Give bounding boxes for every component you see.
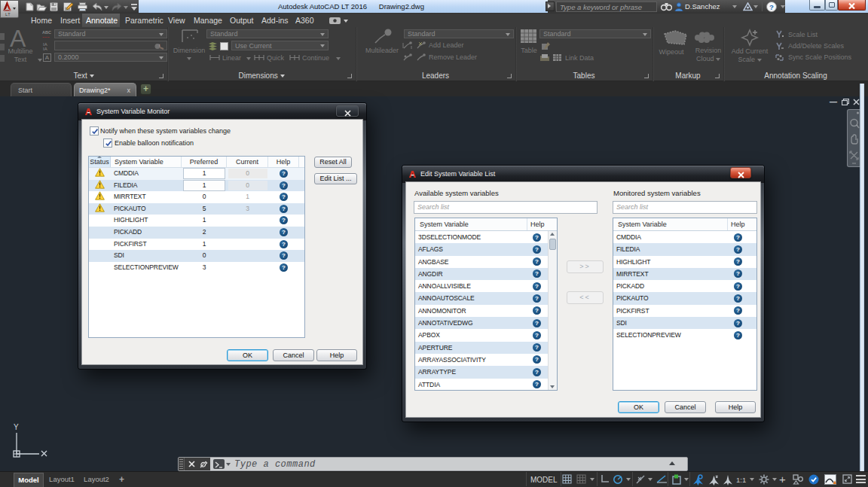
svg-text:t: t <box>159 43 160 47</box>
svg-text:IA: IA <box>43 47 47 50</box>
svg-text:Y: Y <box>14 423 19 431</box>
